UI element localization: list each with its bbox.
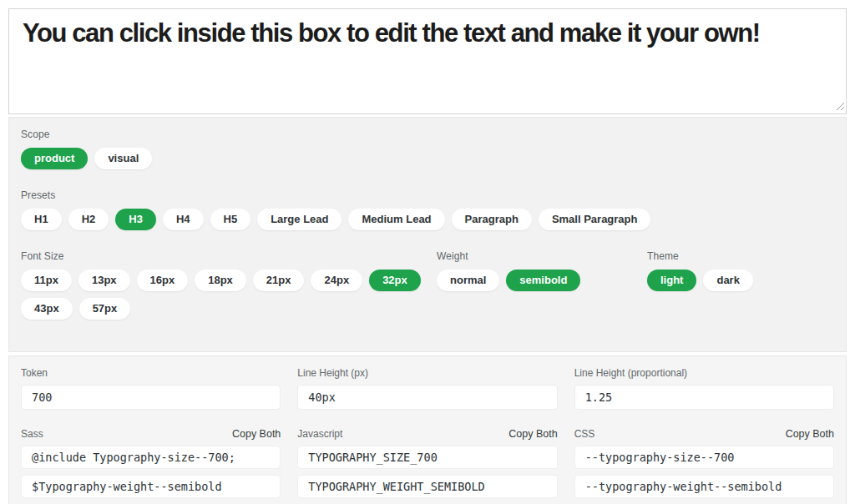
theme-label: Theme [647,250,753,262]
theme-options: lightdark [647,270,753,291]
line-height-px-input[interactable] [297,385,557,410]
scope-label: Scope [21,129,834,140]
weight-options: normalsemibold [437,270,630,291]
preset-option-h2[interactable]: H2 [68,209,109,230]
font-size-option-32px[interactable]: 32px [369,270,421,291]
theme-option-light[interactable]: light [647,270,696,291]
font-size-option-16px[interactable]: 16px [137,270,189,291]
size-weight-theme-row: Font Size 11px13px16px18px21px24px32px43… [21,250,834,340]
javascript-size-code[interactable]: TYPOGRAPHY_SIZE_700 [297,446,557,469]
javascript-column: Javascript Copy Both TYPOGRAPHY_SIZE_700… [297,428,557,498]
preset-option-large-lead[interactable]: Large Lead [257,209,341,230]
presets-group: Presets H1H2H3H4H5Large LeadMedium LeadP… [21,189,834,230]
preset-option-h5[interactable]: H5 [210,209,251,230]
preset-option-h3[interactable]: H3 [115,209,156,230]
sass-label: Sass [21,428,43,440]
preset-option-paragraph[interactable]: Paragraph [452,209,532,230]
scope-group: Scope productvisual [21,129,834,169]
weight-option-normal[interactable]: normal [437,270,499,291]
css-size-code[interactable]: --typography-size--700 [574,446,834,469]
scope-option-product[interactable]: product [21,148,88,169]
javascript-label: Javascript [297,428,342,440]
presets-options: H1H2H3H4H5Large LeadMedium LeadParagraph… [21,209,834,230]
css-label: CSS [574,428,595,440]
weight-group: Weight normalsemibold [437,250,630,291]
css-column: CSS Copy Both --typography-size--700 --t… [574,428,834,498]
line-height-px-field: Line Height (px) [297,367,557,410]
css-copy-both-link[interactable]: Copy Both [786,428,834,440]
weight-label: Weight [437,250,630,262]
sass-size-code[interactable]: @include Typography-size--700; [21,446,281,469]
font-size-option-24px[interactable]: 24px [311,270,362,291]
sass-copy-both-link[interactable]: Copy Both [232,428,281,440]
token-field: Token [21,367,281,410]
font-size-option-11px[interactable]: 11px [21,270,72,291]
javascript-weight-code[interactable]: TYPOGRAPHY_WEIGHT_SEMIBOLD [297,475,557,498]
javascript-copy-both-link[interactable]: Copy Both [508,428,557,440]
token-fields-row: Token Line Height (px) Line Height (prop… [21,367,834,410]
scope-options: productvisual [21,148,834,169]
font-size-option-57px[interactable]: 57px [79,298,131,320]
code-columns-row: Sass Copy Both @include Typography-size-… [21,428,834,498]
token-field-label: Token [21,367,48,379]
font-size-label: Font Size [21,250,422,262]
font-size-options: 11px13px16px18px21px24px32px43px57px [21,270,422,320]
line-height-prop-label: Line Height (proportional) [574,367,687,379]
preset-option-h1[interactable]: H1 [21,209,62,230]
weight-option-semibold[interactable]: semibold [506,270,580,291]
font-size-option-18px[interactable]: 18px [195,270,246,291]
outputs-panel: Token Line Height (px) Line Height (prop… [8,355,847,504]
preset-option-h4[interactable]: H4 [163,209,204,230]
font-size-option-21px[interactable]: 21px [253,270,305,291]
scope-option-visual[interactable]: visual [94,148,152,169]
line-height-prop-input[interactable] [574,385,834,410]
font-size-option-13px[interactable]: 13px [78,270,130,291]
theme-option-dark[interactable]: dark [703,270,752,291]
font-size-group: Font Size 11px13px16px18px21px24px32px43… [21,250,422,320]
preset-option-medium-lead[interactable]: Medium Lead [348,209,444,230]
sass-column: Sass Copy Both @include Typography-size-… [21,428,281,498]
preview-editor-wrapper: You can click inside this box to edit th… [8,8,847,114]
line-height-prop-field: Line Height (proportional) [574,367,834,410]
theme-group: Theme lightdark [647,250,753,291]
sass-weight-code[interactable]: $Typography-weight--semibold [21,475,281,498]
controls-panel: Scope productvisual Presets H1H2H3H4H5La… [8,117,847,352]
token-input[interactable] [21,385,281,410]
presets-label: Presets [21,189,834,201]
preset-option-small-paragraph[interactable]: Small Paragraph [539,209,651,230]
font-size-option-43px[interactable]: 43px [21,298,73,320]
line-height-px-label: Line Height (px) [297,367,368,379]
css-weight-code[interactable]: --typography-weight--semibold [574,475,834,498]
preview-text-editor[interactable]: You can click inside this box to edit th… [8,8,847,114]
